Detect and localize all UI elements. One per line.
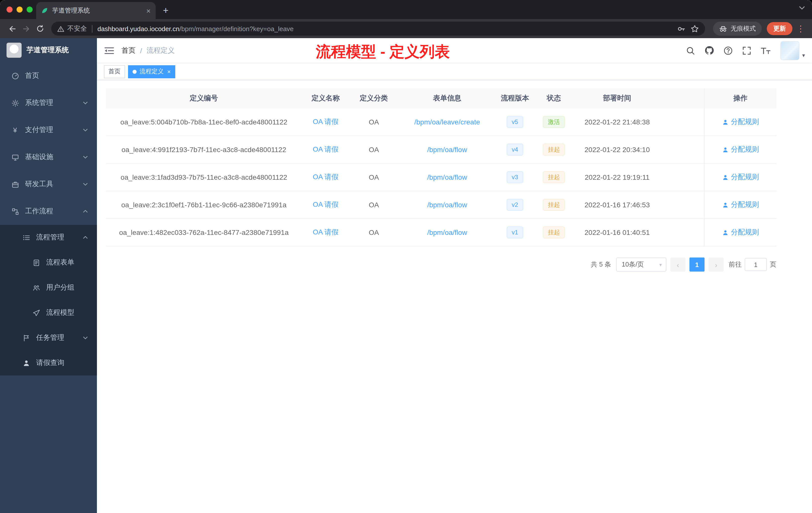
sidebar-item-user-group[interactable]: 用户分组 (0, 275, 97, 300)
assign-rule-link[interactable]: 分配规则 (722, 117, 759, 126)
sidebar-submenu-workflow: 流程管理 流程表单 用户分组 (0, 225, 97, 375)
cell-name: OA 请假 (302, 191, 349, 218)
cell-filler (660, 219, 704, 246)
reload-button[interactable] (33, 22, 47, 36)
breadcrumb-current: 流程定义 (147, 46, 175, 55)
form-link[interactable]: /bpm/oa/flow (427, 229, 467, 236)
tag-current[interactable]: 流程定义 × (128, 65, 175, 78)
cell-category: OA (349, 109, 398, 135)
fullscreen-icon[interactable] (743, 46, 752, 55)
password-key-icon[interactable] (677, 24, 686, 33)
column-header-form: 表单信息 (398, 88, 496, 109)
column-header-status: 状态 (534, 88, 574, 109)
chevron-up-icon (83, 210, 88, 213)
page-number-button[interactable]: 1 (690, 258, 704, 272)
assign-rule-link[interactable]: 分配规则 (722, 145, 759, 154)
column-header-version: 流程版本 (496, 88, 534, 109)
status-tag: 挂起 (543, 227, 565, 238)
definition-name-link[interactable]: OA 请假 (313, 173, 339, 182)
goto-page-input[interactable] (745, 258, 767, 271)
caret-down-icon: ▾ (802, 52, 805, 60)
bookmark-star-icon[interactable] (691, 24, 699, 33)
assign-rule-link[interactable]: 分配规则 (722, 228, 759, 237)
sidebar-item-payment[interactable]: ¥ 支付管理 (0, 117, 97, 144)
sidebar-toggle-button[interactable] (97, 38, 121, 63)
sidebar-item-label: 请假查询 (36, 358, 64, 367)
cell-deploy-time: 2022-01-22 21:48:38 (574, 109, 660, 135)
chevron-down-icon (83, 183, 88, 186)
tag-home[interactable]: 首页 (104, 65, 125, 78)
caret-down-icon: ▾ (659, 262, 662, 267)
browser-tab[interactable]: 芋道管理系统 × (36, 2, 156, 19)
sidebar-item-home[interactable]: 首页 (0, 62, 97, 89)
window-minimize-button[interactable] (17, 6, 23, 12)
chevron-down-icon (83, 156, 88, 159)
gear-icon (11, 99, 19, 107)
form-link[interactable]: /bpm/oa/leave/create (414, 118, 480, 126)
next-page-button[interactable]: › (708, 258, 724, 272)
annotation-text: 流程模型 - 定义列表 (316, 42, 450, 62)
sidebar-item-task-management[interactable]: 任务管理 (0, 325, 97, 350)
forward-button[interactable] (19, 22, 33, 36)
window-close-button[interactable] (6, 6, 12, 12)
form-link[interactable]: /bpm/oa/flow (427, 173, 467, 181)
sidebar-item-process-management[interactable]: 流程管理 (0, 225, 97, 250)
cell-filler (660, 109, 704, 135)
incognito-icon (719, 25, 727, 32)
back-button[interactable] (5, 22, 19, 36)
breadcrumb-home[interactable]: 首页 (121, 46, 136, 55)
cell-version: v4 (496, 136, 534, 163)
sidebar-item-label: 首页 (25, 71, 39, 80)
font-size-icon[interactable] (761, 47, 771, 55)
sidebar-item-system[interactable]: 系统管理 (0, 89, 97, 117)
github-icon[interactable] (705, 46, 714, 55)
sidebar-item-leave-query[interactable]: 请假查询 (0, 350, 97, 375)
browser-menu-icon[interactable]: ⋮ (792, 23, 807, 34)
tab-search-chevron-icon[interactable] (799, 6, 805, 10)
definition-name-link[interactable]: OA 请假 (313, 228, 339, 237)
screen: 芋道管理系统 × + 不安全 dashboard.yudao.iocoder.c… (0, 0, 812, 513)
cell-status: 挂起 (534, 191, 574, 218)
browser-update-button[interactable]: 更新 (767, 22, 792, 35)
flow-icon (11, 207, 19, 215)
user-icon (722, 229, 728, 236)
form-link[interactable]: /bpm/oa/flow (427, 146, 467, 154)
help-icon[interactable] (724, 46, 733, 55)
sidebar-item-devtools[interactable]: 研发工具 (0, 171, 97, 198)
cell-status: 激活 (534, 109, 574, 135)
form-link[interactable]: /bpm/oa/flow (427, 201, 467, 209)
tag-close-icon[interactable]: × (167, 68, 171, 74)
definition-name-link[interactable]: OA 请假 (313, 200, 339, 209)
address-bar[interactable]: 不安全 dashboard.yudao.iocoder.cn/bpm/manag… (51, 22, 705, 36)
table-row: oa_leave:3:1fad3d93-7b75-11ec-a3c8-acde4… (106, 163, 776, 191)
version-tag: v4 (507, 144, 523, 156)
dashboard-icon (11, 72, 19, 80)
search-icon[interactable] (686, 46, 695, 55)
new-tab-button[interactable]: + (159, 3, 173, 18)
toolbox-icon (11, 180, 19, 188)
sidebar-item-infrastructure[interactable]: 基础设施 (0, 144, 97, 171)
sidebar-item-label: 工作流程 (25, 207, 53, 216)
user-icon (722, 119, 728, 125)
cell-id: oa_leave:5:004b710b-7b8a-11ec-8ef0-acde4… (106, 109, 302, 135)
tab-close-icon[interactable]: × (146, 7, 151, 14)
sidebar-item-workflow[interactable]: 工作流程 (0, 198, 97, 225)
prev-page-button[interactable]: ‹ (670, 258, 686, 272)
window-zoom-button[interactable] (27, 6, 33, 12)
sidebar-item-label: 研发工具 (25, 180, 53, 189)
active-dot (133, 69, 137, 73)
user-avatar-menu[interactable]: ▾ (781, 41, 805, 60)
definition-name-link[interactable]: OA 请假 (313, 145, 339, 154)
cell-id: oa_leave:3:1fad3d93-7b75-11ec-a3c8-acde4… (106, 163, 302, 191)
assign-rule-link[interactable]: 分配规则 (722, 200, 759, 209)
security-indicator[interactable]: 不安全 (57, 24, 87, 33)
sidebar-item-label: 任务管理 (36, 333, 64, 342)
sidebar-item-process-form[interactable]: 流程表单 (0, 250, 97, 275)
goto-unit-label: 页 (770, 260, 776, 269)
definition-name-link[interactable]: OA 请假 (313, 117, 339, 126)
chevron-up-icon (83, 236, 88, 239)
page-size-select[interactable]: 10条/页 ▾ (616, 258, 666, 272)
assign-rule-link[interactable]: 分配规则 (722, 173, 759, 182)
sidebar-item-process-model[interactable]: 流程模型 (0, 300, 97, 325)
cell-version: v5 (496, 109, 534, 135)
